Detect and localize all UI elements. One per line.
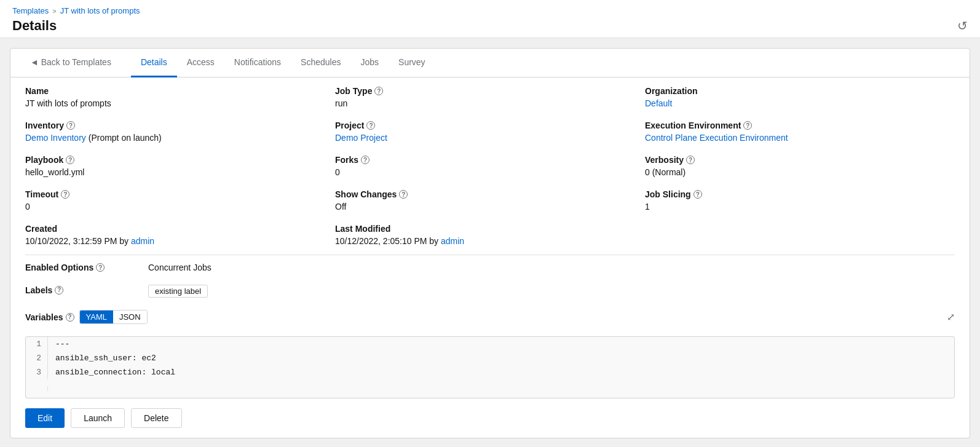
job-type-info-icon: ? [374, 87, 383, 95]
line-number-empty [26, 386, 48, 391]
json-toggle-button[interactable]: JSON [113, 311, 147, 323]
timeout-label: Timeout ? [25, 189, 335, 199]
delete-button[interactable]: Delete [131, 408, 181, 428]
yaml-toggle-button[interactable]: YAML [80, 311, 113, 323]
tab-access[interactable]: Access [177, 49, 224, 77]
playbook-info-icon: ? [66, 156, 74, 164]
forks-info-icon: ? [361, 156, 369, 164]
enabled-options-info-icon: ? [96, 263, 105, 272]
line-content-1: --- [48, 337, 77, 351]
job-type-value: run [335, 98, 645, 108]
show-changes-info-icon: ? [399, 190, 408, 199]
code-line-empty [26, 379, 954, 398]
history-icon-button[interactable]: ↺ [957, 18, 968, 33]
tab-details[interactable]: Details [131, 49, 177, 77]
breadcrumb: Templates > JT with lots of prompts [12, 6, 968, 15]
breadcrumb-current: JT with lots of prompts [60, 6, 140, 15]
show-changes-value: Off [335, 202, 645, 212]
created-value: 10/10/2022, 3:12:59 PM by admin [25, 236, 335, 246]
code-line-3: 3 ansible_connection: local [26, 365, 954, 379]
inventory-label: Inventory ? [25, 121, 335, 130]
playbook-label: Playbook ? [25, 155, 335, 165]
job-slicing-info-icon: ? [694, 190, 702, 199]
name-value: JT with lots of prompts [25, 98, 335, 108]
line-content-3: ansible_connection: local [48, 365, 183, 379]
organization-value: Default [645, 98, 955, 108]
expand-icon-button[interactable]: ⤢ [947, 311, 955, 323]
enabled-options-label: Enabled Options ? [25, 263, 148, 272]
job-type-label: Job Type ? [335, 86, 645, 96]
launch-button[interactable]: Launch [71, 408, 125, 428]
tab-survey[interactable]: Survey [389, 49, 435, 77]
inventory-value: Demo Inventory (Prompt on launch) [25, 133, 335, 143]
tab-jobs[interactable]: Jobs [350, 49, 389, 77]
name-label: Name [25, 86, 335, 96]
line-content-2: ansible_ssh_user: ec2 [48, 351, 164, 365]
templates-breadcrumb-link[interactable]: Templates [12, 6, 49, 15]
timeout-info-icon: ? [61, 190, 69, 199]
line-number-3: 3 [26, 365, 48, 379]
forks-value: 0 [335, 167, 645, 177]
created-label: Created [25, 224, 335, 234]
timeout-value: 0 [25, 202, 335, 212]
edit-button[interactable]: Edit [25, 408, 65, 428]
project-info-icon: ? [366, 121, 375, 130]
execution-env-value: Control Plane Execution Environment [645, 133, 955, 143]
verbosity-value: 0 (Normal) [645, 167, 955, 177]
enabled-options-value: Concurrent Jobs [148, 263, 211, 272]
project-link[interactable]: Demo Project [335, 133, 387, 143]
action-bar: Edit Launch Delete [10, 398, 970, 438]
back-to-templates-link[interactable]: ◄ Back to Templates [20, 49, 121, 77]
forks-label: Forks ? [335, 155, 645, 165]
execution-env-info-icon: ? [743, 121, 752, 130]
line-number-1: 1 [26, 337, 48, 351]
verbosity-info-icon: ? [686, 156, 695, 164]
variables-label: Variables ? [25, 312, 74, 322]
organization-label: Organization [645, 86, 955, 96]
code-line-2: 2 ansible_ssh_user: ec2 [26, 351, 954, 365]
tab-schedules[interactable]: Schedules [291, 49, 350, 77]
verbosity-label: Verbosity ? [645, 155, 955, 165]
line-number-2: 2 [26, 351, 48, 365]
inventory-link[interactable]: Demo Inventory [25, 133, 86, 143]
labels-value: existing label [148, 285, 208, 298]
last-modified-label: Last Modified [335, 224, 645, 234]
tab-notifications[interactable]: Notifications [224, 49, 291, 77]
job-slicing-value: 1 [645, 202, 955, 212]
tabs-bar: ◄ Back to Templates Details Access Notif… [10, 49, 970, 77]
execution-env-label: Execution Environment ? [645, 121, 955, 130]
variables-format-toggle: YAML JSON [79, 310, 148, 324]
show-changes-label: Show Changes ? [335, 189, 645, 199]
inventory-info-icon: ? [66, 121, 75, 130]
playbook-value: hello_world.yml [25, 167, 335, 177]
code-editor[interactable]: 1 --- 2 ansible_ssh_user: ec2 3 ansible_… [25, 336, 955, 398]
label-badge: existing label [148, 285, 208, 298]
organization-link[interactable]: Default [645, 98, 672, 108]
project-label: Project ? [335, 121, 645, 130]
execution-env-link[interactable]: Control Plane Execution Environment [645, 133, 788, 143]
variables-info-icon: ? [66, 313, 74, 322]
last-modified-value: 10/12/2022, 2:05:10 PM by admin [335, 236, 645, 246]
created-by-link[interactable]: admin [131, 236, 154, 246]
labels-info-icon: ? [55, 286, 63, 295]
page-title: Details [12, 18, 57, 34]
breadcrumb-separator: > [52, 7, 56, 15]
last-modified-by-link[interactable]: admin [441, 236, 464, 246]
code-line-1: 1 --- [26, 337, 954, 351]
labels-label: Labels ? [25, 285, 148, 295]
job-slicing-label: Job Slicing ? [645, 189, 955, 199]
project-value: Demo Project [335, 133, 645, 143]
